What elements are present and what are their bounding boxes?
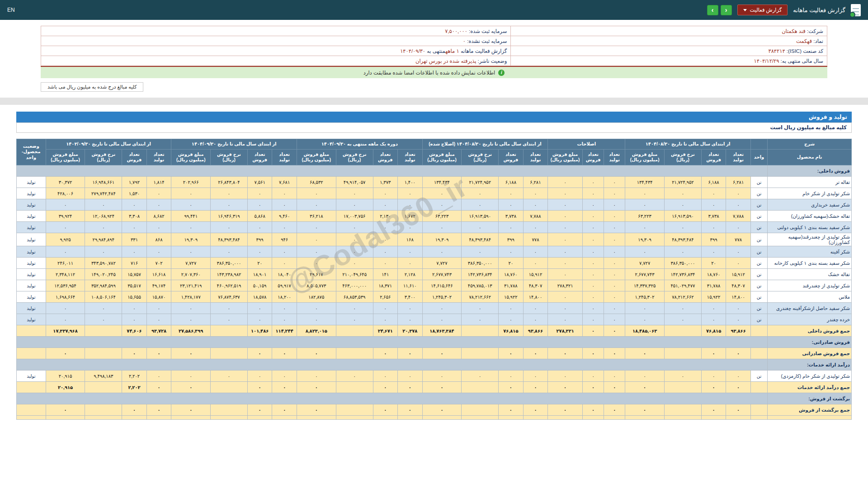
value-cell: ۲۷,۵۸۶,۳۹۹ [171, 325, 211, 337]
value-cell: ۰ [462, 303, 499, 314]
value-cell: ۱۸,۵۷۸ [247, 291, 272, 303]
value-cell: ۰ [726, 222, 751, 233]
value-cell: ۰ [625, 222, 665, 233]
product-row: شکر تولیدی از چغندرقند(سهمیه کشاورزان)تن… [17, 233, 852, 246]
value-cell [336, 325, 373, 337]
value-cell: ۰ [548, 233, 583, 246]
info-icon: i [498, 70, 505, 76]
unit-cell: تن [750, 269, 767, 280]
chevron-down-icon [743, 9, 747, 11]
product-row: خرده چغندرتن۰۰۰۰۰۰۰۰۰۰۰۰۰۰۰۰۰۰۰۰۰۰۰تولید [17, 314, 852, 325]
col-group-header-2: از ابتدای سال مالی تا تاریخ ۱۴۰۴/۰۸/۳۰ (… [422, 139, 548, 150]
status-cell: تولید [17, 233, 46, 246]
value-cell: ۰ [523, 314, 548, 325]
value-cell: ۰ [85, 199, 122, 211]
info-row: نماد: قهکمت سرمایه ثبت نشده: ۰ [41, 36, 827, 46]
value-cell [297, 416, 336, 420]
value-cell: ۰ [701, 222, 726, 233]
value-cell: ۰ [583, 188, 604, 199]
section-row: برگشت از فروش: [17, 393, 852, 404]
unit-cell [750, 404, 767, 416]
value-cell [499, 416, 524, 420]
value-cell: ۰ [373, 314, 398, 325]
report-type-button[interactable]: گزارش فعالیت [737, 5, 788, 15]
value-cell [665, 416, 702, 420]
value-cell: ۲,۲۰۲ [122, 382, 147, 393]
value-cell: ۳۹۹ [701, 233, 726, 246]
symbol-value: قهکمت [796, 38, 812, 44]
value-cell: ۰ [604, 188, 625, 199]
report-document-icon [851, 4, 861, 16]
next-report-button[interactable]: › [721, 5, 732, 15]
value-cell: ۰ [462, 371, 499, 382]
value-cell: ۷۰۲ [146, 258, 171, 269]
value-cell: ۰ [583, 382, 604, 393]
value-cell: ۰ [46, 246, 85, 258]
status-cell: تولید [17, 222, 46, 233]
product-name-cell: شکر سفید بسته بندی ۱ کیلویی دولتی [768, 222, 852, 233]
value-cell [336, 416, 373, 420]
value-cell: ۰ [146, 348, 171, 359]
value-cell: ۰ [373, 348, 398, 359]
value-cell: ۰ [548, 382, 583, 393]
value-cell: ۰ [422, 348, 462, 359]
value-cell: ۰ [583, 199, 604, 211]
value-cell: ۰ [297, 314, 336, 325]
value-cell: ۰ [122, 314, 147, 325]
value-cell: ۰ [523, 199, 548, 211]
col-subheader-2-0: تعداد تولید [523, 150, 548, 165]
value-cell: ۴۶۳,۰۰۰,۰۰۰ [336, 280, 373, 291]
value-cell: ۰ [604, 211, 625, 222]
unit-cell: تن [750, 371, 767, 382]
value-cell: ۰ [146, 246, 171, 258]
table-body: فروش داخلی:تفاله ترتن۶,۲۸۱۶,۱۸۸۲۱,۷۲۴,۹۵… [17, 165, 852, 420]
value-cell: ۰ [247, 382, 272, 393]
product-name-cell: تفاله خشک [768, 269, 852, 280]
value-cell: ۴۶۰,۹۶۲,۵۱۹ [211, 280, 248, 291]
value-cell: ۱۵,۹۱۲ [523, 269, 548, 280]
value-cell: ۱۷,۰۰۳,۷۵۶ [336, 211, 373, 222]
total-label: جمع فروش داخلی [768, 325, 852, 337]
value-cell: ۰ [211, 188, 248, 199]
value-cell: ۱۵,۹۲۲ [701, 291, 726, 303]
value-cell: ۰ [373, 246, 398, 258]
value-cell: ۰ [247, 199, 272, 211]
language-toggle[interactable]: EN [7, 7, 15, 13]
value-cell: ۰ [297, 233, 336, 246]
value-cell: ۰ [726, 404, 751, 416]
value-cell: ۰ [373, 258, 398, 269]
info-row: سال مالی منتهی به: ۱۴۰۴/۱۲/۲۹ وضعیت ناشر… [41, 56, 827, 66]
value-cell: ۰ [523, 222, 548, 233]
value-cell: ۱۰۸,۵۰۶,۱۶۴ [85, 291, 122, 303]
value-cell: ۰ [422, 314, 462, 325]
value-cell: ۲۰۲,۹۶۶ [171, 177, 211, 188]
value-cell: ۰ [398, 246, 423, 258]
value-cell: ۰ [398, 188, 423, 199]
product-row: شکر سفید خریداریتن۰۰۰۰۰۰۰۰۰۰۰۰۰۰۰۰۰۰۰۰۰۰… [17, 199, 852, 211]
value-cell: ۶۳,۲۲۳ [422, 211, 462, 222]
unregistered-capital-cell: سرمایه ثبت نشده: ۰ [41, 36, 511, 46]
report-period-cell: گزارش فعالیت ماهانه ۱ ماههمنتهی به ۱۴۰۴/… [41, 46, 511, 56]
section-filler [17, 393, 768, 404]
value-cell: ۰ [583, 222, 604, 233]
value-cell: ۰ [211, 222, 248, 233]
value-cell: ۰ [171, 348, 211, 359]
value-cell: ۱۹,۳۰۹ [171, 233, 211, 246]
registered-capital-cell: سرمایه ثبت شده: ۷,۵۰۰,۰۰۰ [41, 26, 511, 36]
value-cell: ۰ [665, 222, 702, 233]
amounts-note-box: کلیه مبالغ درج شده به میلیون ریال می باش… [41, 82, 143, 92]
product-row: شکر سفید بسته بندی ۱ کیلویی دولتیتن۰۰۰۰۰… [17, 222, 852, 233]
value-cell: ۶,۱۸۸ [701, 177, 726, 188]
prev-report-button[interactable]: ‹ [707, 5, 718, 15]
value-cell: ۰ [583, 314, 604, 325]
value-cell: ۰ [701, 314, 726, 325]
value-cell: ۰ [665, 314, 702, 325]
value-cell: ۰ [583, 404, 604, 416]
value-cell: ۷,۶۸۱ [272, 177, 297, 188]
value-cell: ۷۶,۸۱۵ [499, 325, 524, 337]
total-row: جمع فروش صادراتی۰۰۰۰۰۰۰۰۰۰۰۰۰۰۰۰۰۰ [17, 348, 852, 359]
col-group-header-3: دوره یک ماهه منتهی به ۱۴۰۴/۰۹/۳۰ [297, 139, 422, 150]
value-cell: ۰ [548, 188, 583, 199]
product-name-cell: شکر آفینه [768, 246, 852, 258]
product-name-cell: تفاله تر [768, 177, 852, 188]
